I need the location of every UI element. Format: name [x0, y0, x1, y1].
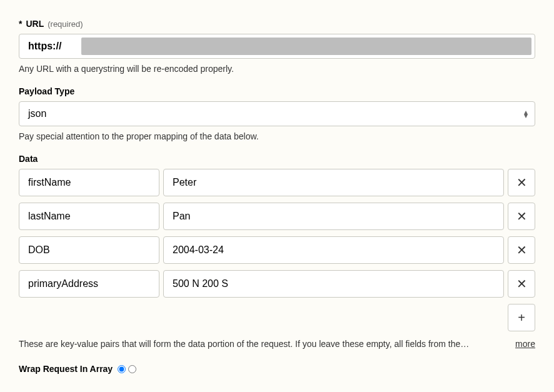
add-row-container: + — [19, 304, 535, 331]
payload-type-field: Payload Type json ▴▾ Pay special attenti… — [19, 86, 535, 141]
close-icon: ✕ — [516, 209, 527, 224]
url-input[interactable] — [19, 34, 535, 59]
data-key-input[interactable] — [19, 203, 159, 230]
data-value-input[interactable] — [163, 270, 504, 298]
url-help: Any URL with a querystring will be re-en… — [19, 64, 535, 74]
url-label: URL — [26, 19, 44, 29]
data-row: ✕ — [19, 203, 535, 230]
url-field: * URL (required) Any URL with a querystr… — [19, 19, 535, 74]
payload-type-select[interactable]: json — [19, 101, 535, 126]
payload-type-select-wrapper: json ▴▾ — [19, 101, 535, 126]
remove-row-button[interactable]: ✕ — [508, 169, 535, 196]
remove-row-button[interactable]: ✕ — [508, 270, 535, 298]
url-input-wrapper — [19, 34, 535, 59]
data-value-input[interactable] — [163, 236, 504, 264]
remove-row-button[interactable]: ✕ — [508, 236, 535, 264]
more-link[interactable]: more — [515, 339, 535, 349]
payload-type-label-row: Payload Type — [19, 86, 535, 96]
data-footer: These are key-value pairs that will form… — [19, 339, 535, 349]
data-help: These are key-value pairs that will form… — [19, 339, 508, 349]
data-value-input[interactable] — [163, 169, 504, 196]
wrap-radio-yes[interactable] — [118, 365, 126, 373]
remove-row-button[interactable]: ✕ — [508, 203, 535, 230]
wrap-request-field: Wrap Request In Array — [19, 364, 535, 374]
data-key-input[interactable] — [19, 270, 159, 298]
payload-type-label: Payload Type — [19, 86, 74, 96]
data-row: ✕ — [19, 169, 535, 196]
data-value-input[interactable] — [163, 203, 504, 230]
wrap-radio-no[interactable] — [128, 365, 136, 373]
data-row: ✕ — [19, 236, 535, 264]
close-icon: ✕ — [516, 175, 527, 190]
payload-type-help: Pay special attention to the proper mapp… — [19, 131, 535, 141]
data-rows: ✕ ✕ ✕ ✕ — [19, 169, 535, 298]
data-row: ✕ — [19, 270, 535, 298]
close-icon: ✕ — [516, 243, 527, 258]
data-label: Data — [19, 154, 38, 164]
data-label-row: Data — [19, 154, 535, 164]
url-hint: (required) — [48, 19, 83, 29]
close-icon: ✕ — [516, 276, 527, 291]
add-row-button[interactable]: + — [508, 304, 535, 331]
required-star: * — [19, 19, 22, 29]
plus-icon: + — [518, 311, 525, 325]
data-key-input[interactable] — [19, 169, 159, 196]
wrap-request-label: Wrap Request In Array — [19, 364, 113, 374]
wrap-request-radio-group — [118, 365, 136, 373]
data-field: Data ✕ ✕ ✕ ✕ — [19, 154, 535, 349]
data-key-input[interactable] — [19, 236, 159, 264]
url-label-row: * URL (required) — [19, 19, 535, 29]
